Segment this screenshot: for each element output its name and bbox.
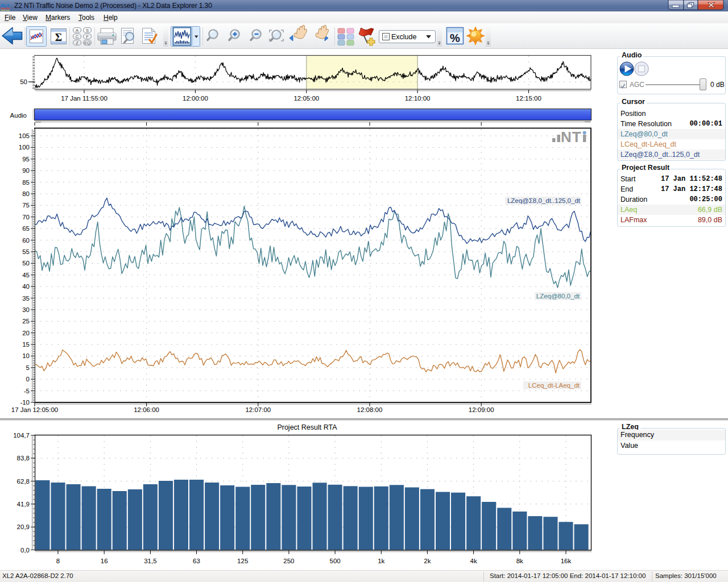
svg-text:12:00:00: 12:00:00 [183, 95, 208, 102]
svg-text:17 Jan 12:05:00: 17 Jan 12:05:00 [11, 406, 59, 413]
svg-text:63: 63 [193, 558, 200, 564]
svg-text:95: 95 [22, 156, 30, 163]
svg-text:LCeq_dt-LAeq_dt: LCeq_dt-LAeq_dt [528, 382, 580, 389]
svg-text:83,8: 83,8 [17, 455, 30, 462]
svg-text:16k: 16k [561, 558, 572, 564]
svg-text:50: 50 [22, 260, 30, 267]
svg-text:20: 20 [22, 330, 30, 336]
svg-text:LZeq@80,0_dt: LZeq@80,0_dt [536, 293, 580, 300]
svg-text:Project Result RTA: Project Result RTA [277, 423, 337, 431]
svg-text:250: 250 [283, 558, 294, 564]
svg-text:8: 8 [56, 558, 60, 564]
svg-text:60: 60 [22, 237, 30, 244]
svg-text:31,5: 31,5 [144, 558, 156, 564]
svg-text:85: 85 [22, 179, 30, 186]
svg-text:104,7: 104,7 [13, 432, 30, 439]
svg-text:80: 80 [22, 190, 30, 197]
svg-text:F: F [86, 34, 89, 39]
svg-text:Σ: Σ [55, 31, 62, 43]
svg-text:Z: Z [76, 40, 78, 45]
svg-text:5: 5 [26, 364, 30, 371]
svg-text:0: 0 [26, 376, 30, 383]
svg-text:125: 125 [237, 558, 248, 564]
svg-text:NT: NT [561, 128, 582, 146]
svg-text:62,8: 62,8 [17, 478, 30, 485]
svg-text:90: 90 [22, 167, 30, 174]
svg-text:S: S [86, 28, 89, 33]
svg-text:12:06:00: 12:06:00 [134, 406, 159, 413]
svg-text:1k: 1k [378, 558, 384, 564]
svg-text:105: 105 [19, 132, 30, 139]
svg-text:12:09:00: 12:09:00 [469, 406, 494, 413]
svg-text:35: 35 [22, 295, 30, 302]
svg-text:0,0: 0,0 [20, 547, 30, 554]
svg-text:75: 75 [22, 202, 30, 209]
svg-text:25: 25 [22, 318, 30, 325]
svg-text:65: 65 [22, 225, 30, 232]
svg-text:500: 500 [330, 558, 341, 564]
svg-text:55: 55 [22, 248, 30, 255]
svg-text:A: A [76, 28, 78, 33]
svg-text:10: 10 [22, 352, 30, 359]
svg-text:C: C [76, 34, 79, 39]
svg-text:100: 100 [19, 144, 30, 151]
svg-text:17 Jan 11:55:00: 17 Jan 11:55:00 [61, 95, 107, 102]
svg-text:-5: -5 [24, 388, 30, 394]
svg-text:45: 45 [22, 272, 30, 278]
svg-text:41,9: 41,9 [17, 501, 30, 508]
svg-text:-10: -10 [20, 399, 30, 406]
svg-text:%: % [450, 32, 460, 44]
svg-text:8k: 8k [516, 558, 523, 564]
svg-text:12:15:00: 12:15:00 [516, 95, 541, 102]
svg-text:EQ: EQ [84, 40, 90, 45]
svg-text:12:10:00: 12:10:00 [405, 95, 431, 102]
svg-text:40: 40 [22, 283, 30, 290]
svg-text:XL2: XL2 [1, 3, 10, 8]
svg-text:LZeq@Σ8,0_dt..125,0_dt: LZeq@Σ8,0_dt..125,0_dt [507, 197, 581, 204]
svg-text:20,9: 20,9 [17, 523, 30, 530]
svg-text:30: 30 [22, 306, 30, 313]
svg-text:15: 15 [22, 341, 30, 348]
svg-text:12:07:00: 12:07:00 [245, 406, 271, 413]
svg-text:70: 70 [22, 214, 30, 221]
svg-text:Audio: Audio [10, 112, 27, 119]
svg-text:2k: 2k [424, 558, 431, 564]
svg-text:16: 16 [101, 558, 108, 564]
svg-text:Exclude: Exclude [391, 33, 417, 41]
svg-text:4k: 4k [470, 558, 477, 564]
svg-text:50: 50 [20, 78, 27, 85]
svg-text:12:08:00: 12:08:00 [357, 406, 383, 413]
svg-text:12:05:00: 12:05:00 [293, 95, 319, 102]
